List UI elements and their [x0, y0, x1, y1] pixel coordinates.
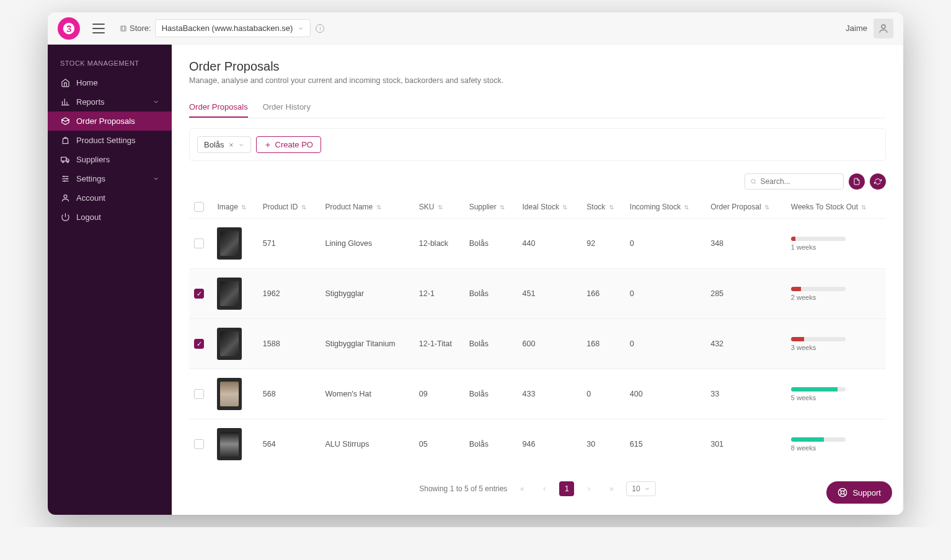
svg-point-6: [751, 179, 755, 183]
sidebar-item-product-settings[interactable]: Product Settings: [48, 131, 172, 150]
search-box[interactable]: [745, 173, 844, 190]
column-header[interactable]: Stock ⇅: [582, 196, 624, 219]
cell-product-name: Stigbygglar: [321, 269, 414, 319]
chevron-down-icon: [644, 486, 650, 492]
cell-product-id: 564: [258, 419, 321, 470]
sidebar-item-label: Order Proposals: [76, 116, 135, 126]
sort-icon: ⇅: [861, 204, 866, 211]
product-thumbnail: [217, 428, 242, 460]
column-header[interactable]: Ideal Stock ⇅: [518, 196, 582, 219]
home-icon: [60, 78, 70, 87]
info-icon[interactable]: i: [316, 24, 324, 33]
page-title: Order Proposals: [189, 59, 886, 74]
truck-icon: [60, 155, 70, 164]
sidebar-item-suppliers[interactable]: Suppliers: [48, 150, 172, 169]
power-icon: [60, 212, 70, 222]
product-thumbnail: [217, 227, 242, 260]
filter-chip[interactable]: Bolås: [197, 136, 251, 153]
cell-supplier: Bolås: [464, 369, 518, 419]
create-po-button[interactable]: Create PO: [256, 136, 321, 153]
cell-order-proposal: 33: [706, 369, 786, 419]
column-header[interactable]: Image ⇅: [212, 196, 257, 219]
product-thumbnail: [217, 378, 242, 410]
page-1-button[interactable]: 1: [559, 481, 574, 496]
row-checkbox[interactable]: ✓: [194, 339, 204, 349]
column-header[interactable]: Order Proposal ⇅: [706, 196, 786, 219]
sort-icon: ⇅: [376, 204, 381, 211]
first-page-button[interactable]: «: [515, 481, 529, 496]
svg-point-8: [841, 491, 844, 494]
topbar: Store: HastaBacken (www.hastabacken.se) …: [48, 12, 903, 45]
sidebar-item-home[interactable]: Home: [48, 73, 172, 92]
sidebar-item-order-proposals[interactable]: Order Proposals: [48, 112, 172, 131]
column-header[interactable]: Supplier ⇅: [464, 196, 518, 219]
cell-stock: 168: [582, 319, 624, 369]
cell-order-proposal: 432: [706, 319, 786, 369]
cell-stock: 166: [582, 269, 624, 319]
cell-product-id: 1962: [258, 269, 321, 319]
column-header[interactable]: Product Name ⇅: [321, 196, 414, 219]
last-page-button[interactable]: »: [604, 481, 619, 496]
user-name: Jaime: [846, 24, 867, 33]
row-checkbox[interactable]: [194, 238, 204, 248]
tab-order-history[interactable]: Order History: [263, 97, 311, 118]
column-header[interactable]: SKU ⇅: [414, 196, 464, 219]
cell-incoming-stock: 0: [625, 219, 706, 269]
row-checkbox[interactable]: [194, 439, 204, 449]
plus-icon: [264, 141, 272, 149]
cell-ideal-stock: 946: [518, 419, 582, 470]
sidebar-item-label: Reports: [76, 97, 105, 107]
cell-product-id: 1588: [258, 319, 321, 369]
page-subtitle: Manage, analyse and control your current…: [189, 76, 886, 85]
sidebar-item-account[interactable]: Account: [48, 188, 172, 208]
product-thumbnail: [217, 328, 242, 360]
sidebar-item-label: Suppliers: [76, 155, 110, 164]
select-all-checkbox[interactable]: [194, 202, 204, 212]
table-row: 564 ALU Stirrups 05 Bolås 946 30 615 301…: [189, 419, 886, 470]
sidebar-item-label: Settings: [76, 174, 105, 183]
table-actions: [189, 173, 886, 190]
sort-icon: ⇅: [609, 204, 614, 211]
cell-incoming-stock: 400: [625, 369, 706, 419]
search-input[interactable]: [761, 177, 838, 186]
page-size-select[interactable]: 10: [626, 481, 655, 496]
cell-supplier: Bolås: [464, 319, 518, 369]
export-button[interactable]: [849, 173, 865, 190]
next-page-button[interactable]: ›: [582, 481, 596, 496]
svg-point-5: [64, 195, 67, 198]
cell-sku: 12-1-Titat: [414, 319, 464, 369]
prev-page-button[interactable]: ‹: [537, 481, 552, 496]
bag-icon: [60, 136, 70, 145]
box-icon: [60, 116, 70, 126]
cell-order-proposal: 348: [706, 219, 786, 269]
cell-order-proposal: 285: [706, 269, 786, 319]
sidebar-heading: STOCK MANAGEMENT: [48, 51, 172, 73]
column-header[interactable]: Product ID ⇅: [258, 196, 321, 219]
product-thumbnail: [217, 278, 242, 310]
row-checkbox[interactable]: ✓: [194, 289, 204, 299]
sort-icon: ⇅: [301, 204, 306, 211]
support-button[interactable]: Support: [826, 481, 892, 504]
svg-rect-2: [61, 157, 66, 161]
sidebar-item-label: Account: [76, 193, 105, 203]
refresh-button[interactable]: [870, 173, 886, 190]
user-avatar[interactable]: [874, 19, 893, 38]
cell-sku: 05: [414, 419, 464, 470]
sidebar-item-settings[interactable]: Settings: [48, 169, 172, 188]
tab-order-proposals[interactable]: Order Proposals: [189, 97, 248, 118]
column-header[interactable]: Incoming Stock ⇅: [625, 196, 706, 219]
cell-product-name: Stigbygglar Titanium: [321, 319, 414, 369]
store-select[interactable]: HastaBacken (www.hastabacken.se): [155, 19, 311, 37]
sidebar-item-label: Home: [76, 78, 98, 87]
weeks-progress: [791, 387, 846, 392]
row-checkbox[interactable]: [194, 389, 204, 399]
sort-icon: ⇅: [241, 204, 246, 211]
sidebar-item-reports[interactable]: Reports: [48, 92, 172, 112]
sort-icon: ⇅: [764, 204, 769, 211]
cell-supplier: Bolås: [464, 269, 518, 319]
menu-toggle-button[interactable]: [92, 24, 105, 33]
sidebar-item-logout[interactable]: Logout: [48, 208, 172, 227]
column-header[interactable]: Weeks To Stock Out ⇅: [786, 196, 886, 219]
close-icon[interactable]: [228, 142, 234, 148]
chevron-down-icon: [153, 98, 159, 105]
